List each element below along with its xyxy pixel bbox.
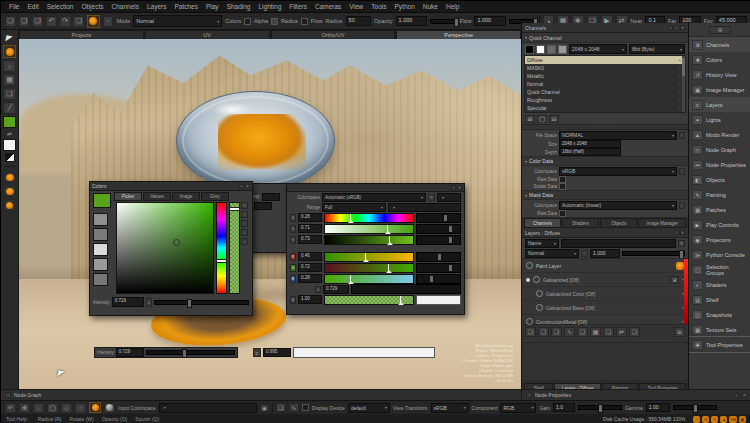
sidebar-item-play-controls[interactable]: ▶Play Controls (689, 217, 750, 232)
mask-data-section[interactable]: Mask Data (522, 190, 688, 200)
tab-picker[interactable]: Picker (114, 192, 142, 201)
line-tool-icon[interactable] (3, 102, 16, 114)
layers-panel-menu-icon[interactable] (674, 327, 685, 337)
slider-g-value[interactable]: 0.72 (298, 263, 322, 272)
slider-v-ramp[interactable] (324, 235, 414, 245)
display-device-dropdown[interactable]: default (348, 403, 390, 413)
picker-option-4-icon[interactable] (241, 238, 248, 245)
sidebar-item-objects[interactable]: ◧Objects (689, 172, 750, 187)
slider-h-track[interactable] (416, 213, 461, 223)
slider-h-ramp[interactable] (324, 213, 414, 223)
shelf-brush-2[interactable] (3, 185, 16, 197)
sidebar-item-channels[interactable]: ≣Channels (689, 37, 750, 52)
layer-row-paint[interactable]: Paint Layer (522, 259, 688, 273)
channels-panel-header[interactable]: Channels (522, 23, 688, 33)
history-swatch-2[interactable] (93, 228, 108, 241)
rotate-tool-icon[interactable] (47, 403, 58, 413)
menu-patches[interactable]: Patches (174, 3, 198, 10)
intensity-spinner[interactable]: ≑ (146, 298, 152, 307)
transfer-layer-icon[interactable] (616, 327, 627, 337)
floating-alpha-row[interactable]: ≡ 0.995 (253, 347, 435, 358)
opacity-slider[interactable] (430, 19, 457, 24)
add-adjustment-layer-icon[interactable] (551, 327, 562, 337)
channels-float-icon[interactable] (674, 25, 679, 30)
smear-tool-icon[interactable] (3, 60, 16, 72)
sidebar-item-texture-sets[interactable]: ▩Texture Sets (689, 322, 750, 337)
slider-a-ramp[interactable] (324, 295, 414, 305)
menu-python[interactable]: Python (395, 3, 415, 10)
slider-b-value[interactable]: 0.28 (298, 274, 322, 283)
open-project-icon[interactable] (19, 16, 30, 27)
save-project-icon[interactable] (32, 16, 43, 27)
menu-selection[interactable]: Selection (47, 3, 74, 10)
picker-option-2-icon[interactable] (241, 220, 248, 227)
dialog-intensity-slider[interactable] (154, 300, 249, 305)
lut-enable-checkbox[interactable] (302, 404, 309, 411)
current-color-swatch[interactable] (93, 193, 111, 208)
menu-filters[interactable]: Filters (289, 3, 307, 10)
range-dropdown[interactable]: Full (322, 203, 386, 212)
cache-status-icon-6[interactable]: ▦ (739, 416, 746, 423)
channels-dock-icon[interactable] (668, 25, 673, 30)
mode-dropdown[interactable]: Normal (133, 15, 222, 27)
slider-g-ramp[interactable] (324, 263, 414, 273)
channel-swatch-gray1[interactable] (547, 45, 556, 54)
raw-data-checkbox[interactable] (559, 176, 566, 183)
sync-channel-icon[interactable] (537, 115, 547, 123)
layer-row-group[interactable]: Galvanized [Off] ◪ ▾ (522, 273, 688, 287)
slider-a-value[interactable]: 1.00 (298, 295, 322, 304)
layer-visibility-icon[interactable] (526, 262, 533, 269)
layers-filter-input[interactable] (561, 239, 676, 248)
range-extra-dropdown[interactable] (388, 203, 461, 212)
active-brush-button[interactable] (89, 402, 101, 413)
sidebar-item-projectors[interactable]: ◉Projectors (689, 232, 750, 247)
radius-checkbox[interactable] (271, 18, 278, 25)
slider-b-track[interactable] (416, 274, 461, 284)
colors-float-icon[interactable] (239, 184, 244, 189)
new-project-icon[interactable] (5, 16, 16, 27)
saturation-value-square[interactable] (116, 202, 214, 294)
channel-row[interactable]: MASK0▪ ▪ (525, 64, 685, 72)
channel-list-scrollbar[interactable] (682, 56, 685, 112)
history-swatch-4[interactable] (93, 258, 108, 271)
slider-s-ramp[interactable] (324, 224, 414, 234)
channel-row[interactable]: Normal▪ ▪ (525, 80, 685, 88)
slider-s-track[interactable] (416, 224, 461, 234)
add-channel-icon[interactable] (525, 115, 535, 123)
tab-ortho-uv[interactable]: Ortho/UV (271, 30, 396, 40)
tab-values[interactable]: Values (143, 192, 171, 201)
menu-play[interactable]: Play (206, 3, 219, 10)
tab-projects[interactable]: Projects (19, 30, 144, 40)
node-properties-expand-icon[interactable] (526, 392, 532, 398)
layer-visibility-icon[interactable] (536, 290, 543, 297)
intensity-value-field[interactable]: 0.729 (116, 348, 144, 357)
sidebar-config-icon[interactable] (709, 26, 731, 34)
blend-amount-slider[interactable] (622, 251, 685, 256)
menu-channels[interactable]: Channels (111, 3, 138, 10)
layer-visibility-icon[interactable] (533, 276, 540, 283)
eraser-tool-icon[interactable] (103, 16, 114, 27)
sliders-float-icon[interactable] (451, 185, 456, 190)
alpha-row-value[interactable]: 0.995 (263, 348, 291, 357)
menu-objects[interactable]: Objects (81, 3, 103, 10)
radius-field[interactable]: 50 (346, 16, 371, 26)
blend-amount-field[interactable]: 1.000 (590, 249, 620, 258)
tab-objects-panel[interactable]: Objects (600, 218, 637, 228)
layer-visibility-icon[interactable] (536, 304, 543, 311)
menu-help[interactable]: Help (446, 3, 459, 10)
scalar-data-checkbox[interactable] (559, 183, 566, 190)
node-properties-float-icon[interactable] (734, 393, 739, 398)
colorspace-extra-dropdown[interactable] (437, 193, 461, 202)
select-cursor-icon[interactable]: ◤ (6, 33, 14, 43)
slider-h-value[interactable]: 0.28 (298, 213, 322, 222)
redo-icon[interactable] (60, 16, 71, 27)
history-swatch-1[interactable] (93, 213, 108, 226)
sidebar-item-tool-properties[interactable]: ✚Tool Properties (689, 337, 750, 352)
gain-slider[interactable] (578, 405, 622, 410)
alpha-row-white-bar[interactable] (293, 347, 435, 358)
scale-tool-icon[interactable] (61, 403, 72, 413)
add-paint-layer-icon[interactable] (525, 327, 536, 337)
menu-lighting[interactable]: Lighting (258, 3, 281, 10)
shader-sphere-icon[interactable] (104, 403, 115, 413)
swap-colors-icon[interactable] (7, 130, 12, 137)
